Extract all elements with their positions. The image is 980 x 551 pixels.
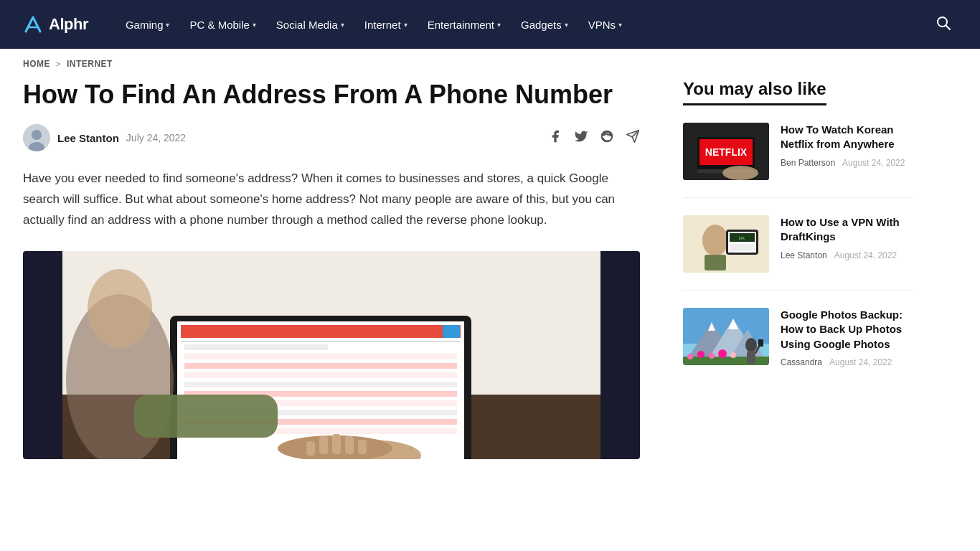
svg-rect-25 xyxy=(443,325,460,338)
nav-vpns[interactable]: VPNs ▾ xyxy=(580,13,631,37)
svg-point-43 xyxy=(722,166,758,180)
divider-1 xyxy=(683,197,913,198)
related-meta-1: Ben Patterson August 24, 2022 xyxy=(781,158,913,168)
svg-rect-31 xyxy=(332,434,341,454)
author-name[interactable]: Lee Stanton xyxy=(57,132,119,144)
svg-point-65 xyxy=(745,338,757,352)
svg-point-63 xyxy=(718,349,727,358)
related-author-2: Lee Stanton xyxy=(781,250,827,260)
svg-rect-68 xyxy=(758,339,763,347)
svg-rect-66 xyxy=(747,351,755,364)
svg-rect-24 xyxy=(249,325,378,338)
author-row: Lee Stanton July 24, 2022 xyxy=(23,124,640,151)
social-share-icons xyxy=(548,129,640,147)
chevron-down-icon: ▾ xyxy=(618,21,622,29)
chevron-down-icon: ▾ xyxy=(253,21,256,29)
svg-rect-51 xyxy=(730,244,755,251)
breadcrumb-separator: > xyxy=(56,60,61,68)
logo-text: Alphr xyxy=(49,15,88,34)
nav-gadgets[interactable]: Gadgets ▾ xyxy=(512,13,577,37)
related-title-3[interactable]: Google Photos Backup: How to Back Up Pho… xyxy=(781,308,913,352)
svg-rect-30 xyxy=(319,436,328,454)
svg-rect-14 xyxy=(184,344,328,350)
related-title-1[interactable]: How To Watch Korean Netflix from Anywher… xyxy=(781,123,913,152)
article-main-image xyxy=(23,251,640,459)
reddit-icon[interactable] xyxy=(600,129,614,147)
sidebar: You may also like NETFLIX How To Watch K… xyxy=(683,79,913,459)
svg-rect-36 xyxy=(134,395,278,438)
svg-rect-46 xyxy=(705,255,726,270)
related-card-1[interactable]: NETFLIX How To Watch Korean Netflix from… xyxy=(683,123,913,180)
chevron-down-icon: ▾ xyxy=(166,21,169,29)
related-date-2: August 24, 2022 xyxy=(834,250,897,260)
breadcrumb-home[interactable]: HOME xyxy=(23,59,50,69)
nav-gaming[interactable]: Gaming ▾ xyxy=(117,13,179,37)
breadcrumb-current: INTERNET xyxy=(67,59,113,69)
svg-point-64 xyxy=(730,352,736,358)
svg-point-61 xyxy=(697,351,705,358)
chevron-down-icon: ▾ xyxy=(497,21,501,29)
svg-point-62 xyxy=(709,353,715,359)
related-title-2[interactable]: How to Use a VPN With DraftKings xyxy=(781,215,913,245)
related-meta-3: Cassandra August 24, 2022 xyxy=(781,357,913,367)
related-date-1: August 24, 2022 xyxy=(842,158,905,168)
related-thumb-2: DK xyxy=(683,215,769,273)
svg-rect-17 xyxy=(184,372,457,378)
related-card-2[interactable]: DK How to Use a VPN With DraftKings Lee … xyxy=(683,215,913,273)
related-info-3: Google Photos Backup: How to Back Up Pho… xyxy=(781,308,913,367)
svg-rect-16 xyxy=(184,363,457,369)
publish-date: July 24, 2022 xyxy=(126,132,186,143)
svg-line-1 xyxy=(946,26,951,30)
nav-social-media[interactable]: Social Media ▾ xyxy=(268,13,353,37)
telegram-icon[interactable] xyxy=(626,129,640,147)
svg-rect-33 xyxy=(358,440,367,454)
divider-2 xyxy=(683,290,913,291)
chevron-down-icon: ▾ xyxy=(404,21,407,29)
nav-internet[interactable]: Internet ▾ xyxy=(356,13,416,37)
related-card-3[interactable]: Google Photos Backup: How to Back Up Pho… xyxy=(683,308,913,367)
svg-point-35 xyxy=(88,269,152,348)
svg-rect-13 xyxy=(181,341,461,342)
avatar xyxy=(23,124,50,151)
related-info-2: How to Use a VPN With DraftKings Lee Sta… xyxy=(781,215,913,260)
related-author-3: Cassandra xyxy=(781,357,822,367)
svg-point-60 xyxy=(687,354,693,359)
nav-entertainment[interactable]: Entertainment ▾ xyxy=(419,13,509,37)
svg-point-45 xyxy=(702,225,728,256)
sidebar-title: You may also like xyxy=(683,79,826,105)
svg-rect-18 xyxy=(184,382,457,387)
facebook-icon[interactable] xyxy=(548,129,562,147)
svg-rect-32 xyxy=(345,436,354,454)
site-header: Alphr Gaming ▾ PC & Mobile ▾ Social Medi… xyxy=(0,0,980,49)
related-thumb-1: NETFLIX xyxy=(683,123,769,180)
chevron-down-icon: ▾ xyxy=(341,21,344,29)
chevron-down-icon: ▾ xyxy=(565,21,568,29)
search-button[interactable] xyxy=(930,9,957,39)
article-title: How To Find An Address From A Phone Numb… xyxy=(23,79,640,110)
svg-text:NETFLIX: NETFLIX xyxy=(705,146,748,158)
svg-rect-59 xyxy=(683,357,769,365)
logo[interactable]: Alphr xyxy=(23,14,88,34)
article-body: Have you ever needed to find someone's a… xyxy=(23,169,640,231)
twitter-icon[interactable] xyxy=(574,129,588,147)
nav-pc-mobile[interactable]: PC & Mobile ▾ xyxy=(181,13,264,37)
related-info-1: How To Watch Korean Netflix from Anywher… xyxy=(781,123,913,168)
page-container: How To Find An Address From A Phone Numb… xyxy=(0,79,980,488)
related-thumb-3 xyxy=(683,308,769,365)
svg-rect-15 xyxy=(184,354,457,359)
breadcrumb: HOME > INTERNET xyxy=(0,49,980,79)
main-nav: Gaming ▾ PC & Mobile ▾ Social Media ▾ In… xyxy=(117,13,930,37)
related-author-1: Ben Patterson xyxy=(781,158,835,168)
related-meta-2: Lee Stanton August 24, 2022 xyxy=(781,250,913,260)
svg-text:DK: DK xyxy=(739,236,745,240)
svg-point-3 xyxy=(32,130,42,140)
related-date-3: August 24, 2022 xyxy=(829,357,892,367)
svg-rect-29 xyxy=(306,441,315,456)
main-content: How To Find An Address From A Phone Numb… xyxy=(23,79,640,459)
